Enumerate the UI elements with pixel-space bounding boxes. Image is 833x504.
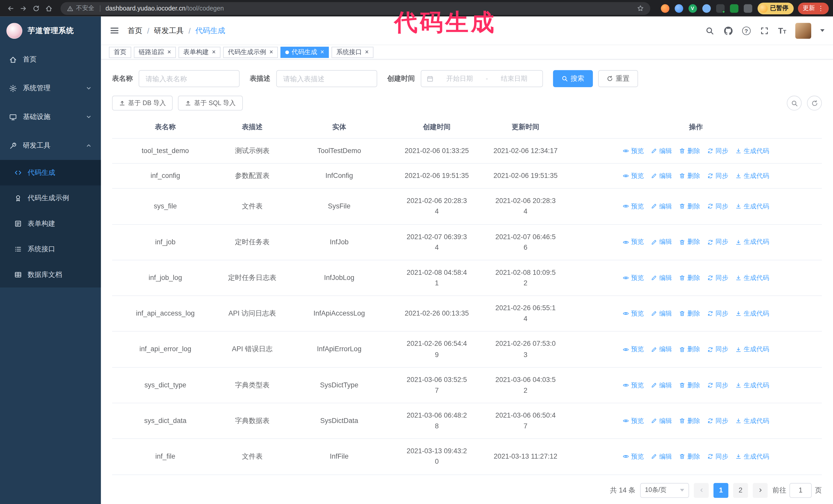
action-eye-button[interactable]: 预览 — [623, 344, 644, 355]
action-download-button[interactable]: 生成代码 — [735, 171, 769, 181]
action-eye-button[interactable]: 预览 — [623, 201, 644, 212]
chrome-update-button[interactable]: 更新 ⋮ — [798, 2, 829, 14]
action-delete-button[interactable]: 删除 — [679, 380, 700, 390]
action-delete-button[interactable]: 删除 — [679, 171, 700, 181]
tab-4[interactable]: 代码生成× — [280, 46, 329, 58]
font-size-icon[interactable]: TT — [778, 27, 786, 34]
action-sync-button[interactable]: 同步 — [707, 201, 728, 212]
puzzle-extension-icon[interactable] — [743, 4, 752, 13]
action-eye-button[interactable]: 预览 — [623, 237, 644, 247]
extension-icon[interactable] — [702, 4, 711, 13]
action-sync-button[interactable]: 同步 — [707, 273, 728, 283]
table-name-input[interactable] — [139, 70, 240, 87]
date-range-picker[interactable]: 开始日期 - 结束日期 — [421, 70, 543, 87]
action-download-button[interactable]: 生成代码 — [735, 309, 769, 319]
close-icon[interactable]: × — [269, 49, 273, 55]
app-logo[interactable]: 芋道管理系统 — [0, 17, 101, 45]
date-start-placeholder[interactable]: 开始日期 — [437, 74, 483, 83]
action-download-button[interactable]: 生成代码 — [735, 201, 769, 212]
browser-reload-button[interactable] — [30, 2, 43, 15]
extension-icon[interactable] — [674, 4, 683, 13]
breadcrumb-item[interactable]: 研发工具 — [154, 26, 184, 35]
action-delete-button[interactable]: 删除 — [679, 416, 700, 426]
page-size-select[interactable]: 10条/页 — [640, 483, 689, 498]
page-button-1[interactable]: 1 — [714, 483, 729, 498]
tab-1[interactable]: 链路追踪× — [134, 46, 176, 58]
action-download-button[interactable]: 生成代码 — [735, 344, 769, 355]
help-icon[interactable]: ? — [742, 26, 751, 35]
action-eye-button[interactable]: 预览 — [623, 309, 644, 319]
search-button[interactable]: 搜索 — [553, 70, 593, 87]
action-sync-button[interactable]: 同步 — [707, 416, 728, 426]
kebab-menu-icon[interactable]: ⋮ — [818, 5, 824, 12]
profile-paused-badge[interactable]: 已暂停 — [757, 2, 794, 14]
action-sync-button[interactable]: 同步 — [707, 237, 728, 247]
sidebar-subitem-0[interactable]: 代码生成 — [0, 160, 101, 185]
action-eye-button[interactable]: 预览 — [623, 146, 644, 156]
tab-0[interactable]: 首页 — [109, 46, 131, 58]
extension-icon[interactable] — [730, 4, 738, 13]
action-delete-button[interactable]: 删除 — [679, 201, 700, 212]
sidebar-item-3[interactable]: 研发工具 — [0, 131, 101, 160]
action-eye-button[interactable]: 预览 — [623, 452, 644, 462]
fullscreen-icon[interactable] — [759, 26, 769, 35]
caret-down-icon[interactable] — [820, 29, 825, 32]
close-icon[interactable]: × — [212, 49, 216, 55]
action-sync-button[interactable]: 同步 — [707, 380, 728, 390]
page-button-2[interactable]: 2 — [733, 483, 748, 498]
sidebar-subitem-3[interactable]: 系统接口 — [0, 236, 101, 262]
action-edit-button[interactable]: 编辑 — [651, 416, 672, 426]
action-eye-button[interactable]: 预览 — [623, 273, 644, 283]
refresh-table-button[interactable] — [807, 96, 822, 111]
security-indicator[interactable]: 不安全 — [67, 4, 94, 12]
action-sync-button[interactable]: 同步 — [707, 146, 728, 156]
reset-button[interactable]: 重置 — [598, 70, 638, 87]
action-edit-button[interactable]: 编辑 — [651, 237, 672, 247]
sidebar-toggle-icon[interactable] — [110, 25, 119, 35]
next-page-button[interactable] — [753, 483, 768, 498]
action-delete-button[interactable]: 删除 — [679, 237, 700, 247]
date-end-placeholder[interactable]: 结束日期 — [491, 74, 537, 83]
action-eye-button[interactable]: 预览 — [623, 416, 644, 426]
address-bar[interactable]: 不安全 dashboard.yudao.iocoder.cn/tool/code… — [61, 2, 650, 15]
extension-icon[interactable] — [661, 4, 669, 13]
action-delete-button[interactable]: 删除 — [679, 273, 700, 283]
prev-page-button[interactable] — [694, 483, 709, 498]
close-icon[interactable]: × — [167, 49, 171, 55]
action-download-button[interactable]: 生成代码 — [735, 237, 769, 247]
browser-back-button[interactable] — [4, 2, 17, 15]
action-edit-button[interactable]: 编辑 — [651, 380, 672, 390]
action-edit-button[interactable]: 编辑 — [651, 146, 672, 156]
browser-forward-button[interactable] — [17, 2, 30, 15]
action-delete-button[interactable]: 删除 — [679, 309, 700, 319]
action-download-button[interactable]: 生成代码 — [735, 416, 769, 426]
toggle-search-button[interactable] — [787, 96, 802, 111]
sidebar-subitem-4[interactable]: 数据库文档 — [0, 262, 101, 287]
action-download-button[interactable]: 生成代码 — [735, 273, 769, 283]
github-icon[interactable] — [723, 26, 733, 35]
action-eye-button[interactable]: 预览 — [623, 171, 644, 181]
close-icon[interactable]: × — [365, 49, 369, 55]
tab-2[interactable]: 表单构建× — [178, 46, 220, 58]
sidebar-item-0[interactable]: 首页 — [0, 45, 101, 74]
sidebar-subitem-2[interactable]: 表单构建 — [0, 211, 101, 236]
action-sync-button[interactable]: 同步 — [707, 171, 728, 181]
action-edit-button[interactable]: 编辑 — [651, 171, 672, 181]
breadcrumb-item[interactable]: 首页 — [127, 26, 142, 35]
action-delete-button[interactable]: 删除 — [679, 146, 700, 156]
bookmark-star-icon[interactable] — [637, 5, 644, 12]
action-edit-button[interactable]: 编辑 — [651, 309, 672, 319]
sql-import-button[interactable]: 基于 SQL 导入 — [178, 96, 242, 111]
db-import-button[interactable]: 基于 DB 导入 — [112, 96, 173, 111]
action-delete-button[interactable]: 删除 — [679, 452, 700, 462]
extension-icon[interactable]: V — [688, 4, 697, 13]
extension-icon[interactable] — [716, 4, 724, 13]
close-icon[interactable]: × — [320, 49, 324, 55]
action-sync-button[interactable]: 同步 — [707, 344, 728, 355]
action-sync-button[interactable]: 同步 — [707, 309, 728, 319]
sidebar-subitem-1[interactable]: 代码生成示例 — [0, 185, 101, 211]
action-edit-button[interactable]: 编辑 — [651, 344, 672, 355]
search-icon[interactable] — [705, 26, 714, 35]
action-download-button[interactable]: 生成代码 — [735, 452, 769, 462]
page-jump-input[interactable] — [789, 483, 812, 498]
